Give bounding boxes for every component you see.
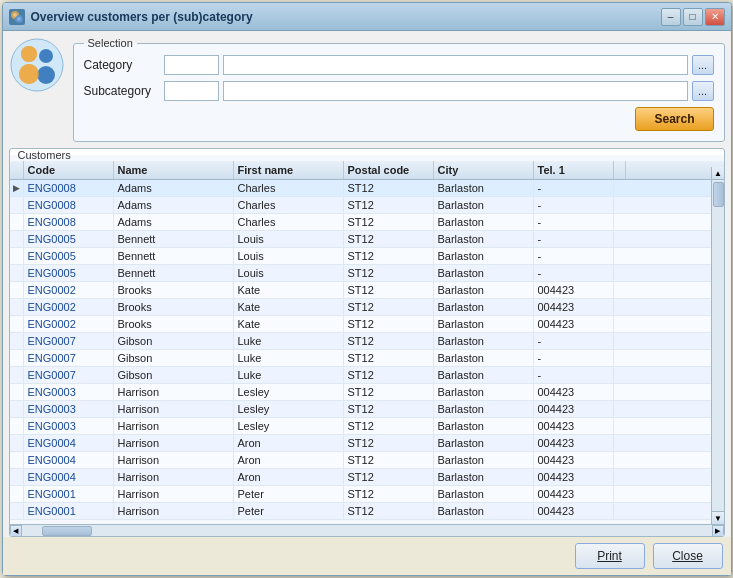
row-name: Adams <box>114 197 234 213</box>
row-city: Barlaston <box>434 452 534 468</box>
row-code: ENG0004 <box>24 435 114 451</box>
row-tel: 004423 <box>534 316 614 332</box>
row-code: ENG0008 <box>24 214 114 230</box>
row-postal: ST12 <box>344 299 434 315</box>
v-scroll-thumb[interactable] <box>713 182 724 207</box>
v-scroll-track[interactable] <box>712 180 724 511</box>
minimize-button[interactable]: – <box>661 8 681 26</box>
row-city: Barlaston <box>434 231 534 247</box>
row-code: ENG0005 <box>24 231 114 247</box>
table-row[interactable]: ENG0007 Gibson Luke ST12 Barlaston - <box>10 333 724 350</box>
row-firstname: Luke <box>234 333 344 349</box>
table-row[interactable]: ENG0007 Gibson Luke ST12 Barlaston - <box>10 350 724 367</box>
row-code: ENG0003 <box>24 384 114 400</box>
title-bar: Overview customers per (sub)category – □… <box>3 3 731 31</box>
subcategory-name-input[interactable] <box>223 81 688 101</box>
maximize-button[interactable]: □ <box>683 8 703 26</box>
row-code: ENG0008 <box>24 180 114 196</box>
table-row[interactable]: ENG0002 Brooks Kate ST12 Barlaston 00442… <box>10 299 724 316</box>
table-row[interactable]: ENG0004 Harrison Aron ST12 Barlaston 004… <box>10 469 724 486</box>
h-scroll-thumb[interactable] <box>42 526 92 536</box>
subcategory-browse-button[interactable]: ... <box>692 81 714 101</box>
row-indicator <box>10 282 24 298</box>
table-row[interactable]: ENG0001 Harrison Peter ST12 Barlaston 00… <box>10 503 724 520</box>
table-row[interactable]: ▶ ENG0008 Adams Charles ST12 Barlaston - <box>10 180 724 197</box>
row-tel: 004423 <box>534 452 614 468</box>
row-indicator <box>10 401 24 417</box>
close-window-button[interactable]: ✕ <box>705 8 725 26</box>
scroll-up-button[interactable]: ▲ <box>712 167 725 180</box>
customers-inner: Customers Code Name First name Postal co… <box>10 149 724 536</box>
svg-point-10 <box>19 64 39 84</box>
table-row[interactable]: ENG0004 Harrison Aron ST12 Barlaston 004… <box>10 435 724 452</box>
row-city: Barlaston <box>434 384 534 400</box>
row-name: Gibson <box>114 333 234 349</box>
table-row[interactable]: ENG0003 Harrison Lesley ST12 Barlaston 0… <box>10 418 724 435</box>
table-row[interactable]: ENG0001 Harrison Peter ST12 Barlaston 00… <box>10 486 724 503</box>
category-browse-button[interactable]: ... <box>692 55 714 75</box>
window-title: Overview customers per (sub)category <box>31 10 661 24</box>
row-code: ENG0005 <box>24 265 114 281</box>
table-row[interactable]: ENG0004 Harrison Aron ST12 Barlaston 004… <box>10 452 724 469</box>
row-firstname: Charles <box>234 197 344 213</box>
table-row[interactable]: ENG0005 Bennett Louis ST12 Barlaston - <box>10 231 724 248</box>
table-row[interactable]: ENG0003 Harrison Lesley ST12 Barlaston 0… <box>10 384 724 401</box>
table-row[interactable]: ENG0008 Adams Charles ST12 Barlaston - <box>10 214 724 231</box>
row-tel: - <box>534 231 614 247</box>
print-button[interactable]: Print <box>575 543 645 569</box>
row-code: ENG0002 <box>24 282 114 298</box>
th-city: City <box>434 161 534 179</box>
row-tel: - <box>534 180 614 196</box>
row-firstname: Luke <box>234 350 344 366</box>
table-row[interactable]: ENG0005 Bennett Louis ST12 Barlaston - <box>10 265 724 282</box>
category-code-input[interactable] <box>164 55 219 75</box>
scroll-down-button[interactable]: ▼ <box>712 511 725 524</box>
horizontal-scrollbar[interactable]: ◀ ▶ <box>10 524 724 536</box>
row-name: Gibson <box>114 367 234 383</box>
table-row[interactable]: ENG0002 Brooks Kate ST12 Barlaston 00442… <box>10 316 724 333</box>
search-button[interactable]: Search <box>635 107 713 131</box>
row-postal: ST12 <box>344 418 434 434</box>
row-tel: 004423 <box>534 503 614 519</box>
table-row[interactable]: ENG0002 Brooks Kate ST12 Barlaston 00442… <box>10 282 724 299</box>
vertical-scrollbar[interactable]: ▲ ▼ <box>711 167 724 524</box>
row-indicator <box>10 486 24 502</box>
scroll-left-button[interactable]: ◀ <box>10 525 22 537</box>
row-code: ENG0005 <box>24 248 114 264</box>
table-row[interactable]: ENG0007 Gibson Luke ST12 Barlaston - <box>10 367 724 384</box>
subcategory-row: Subcategory ... <box>84 81 714 101</box>
close-button[interactable]: Close <box>653 543 723 569</box>
svg-point-4 <box>11 39 63 91</box>
th-indicator <box>10 161 24 179</box>
category-name-input[interactable] <box>223 55 688 75</box>
table-row[interactable]: ENG0008 Adams Charles ST12 Barlaston - <box>10 197 724 214</box>
table-wrapper: Code Name First name Postal code City Te… <box>10 161 724 536</box>
th-tel: Tel. 1 <box>534 161 614 179</box>
row-tel: 004423 <box>534 401 614 417</box>
row-tel: 004423 <box>534 486 614 502</box>
row-firstname: Louis <box>234 248 344 264</box>
row-tel: - <box>534 214 614 230</box>
row-postal: ST12 <box>344 367 434 383</box>
row-code: ENG0007 <box>24 333 114 349</box>
row-name: Harrison <box>114 435 234 451</box>
table-row[interactable]: ENG0003 Harrison Lesley ST12 Barlaston 0… <box>10 401 724 418</box>
row-firstname: Louis <box>234 231 344 247</box>
row-postal: ST12 <box>344 231 434 247</box>
table-row[interactable]: ENG0005 Bennett Louis ST12 Barlaston - <box>10 248 724 265</box>
table-body[interactable]: ▶ ENG0008 Adams Charles ST12 Barlaston -… <box>10 180 724 524</box>
row-city: Barlaston <box>434 435 534 451</box>
row-firstname: Peter <box>234 486 344 502</box>
scroll-right-button[interactable]: ▶ <box>712 525 724 537</box>
row-firstname: Kate <box>234 316 344 332</box>
row-name: Harrison <box>114 469 234 485</box>
h-scroll-track[interactable] <box>22 526 712 536</box>
window-body: Selection Category ... Subcategory ... S… <box>3 31 731 537</box>
row-city: Barlaston <box>434 299 534 315</box>
row-indicator <box>10 214 24 230</box>
row-firstname: Lesley <box>234 401 344 417</box>
subcategory-code-input[interactable] <box>164 81 219 101</box>
svg-point-7 <box>39 49 53 63</box>
row-code: ENG0001 <box>24 486 114 502</box>
row-tel: - <box>534 265 614 281</box>
